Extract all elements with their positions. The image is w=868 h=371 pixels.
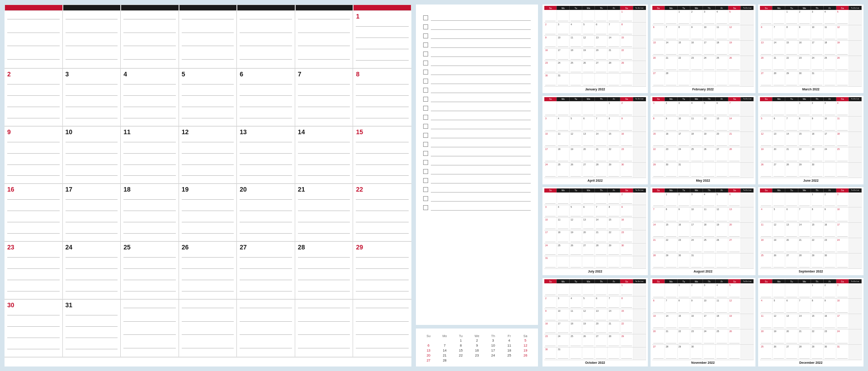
- thumb-cell-line: [545, 338, 556, 346]
- thumb-cell-line: [558, 136, 568, 146]
- mini-cal-day: 12: [517, 343, 533, 348]
- thumb-cell: 9: [665, 117, 678, 131]
- thumb-cell: 19: [570, 230, 582, 243]
- thumb-todo-cell: [741, 299, 754, 314]
- todo-checkbox[interactable]: [423, 187, 428, 192]
- thumb-cell: [665, 10, 678, 25]
- thumb-header-cell: To-Do List: [633, 188, 646, 193]
- todo-checkbox[interactable]: [423, 24, 428, 29]
- todo-checkbox[interactable]: [423, 15, 428, 20]
- thumb-cell: 5: [836, 10, 849, 25]
- cell-line: [66, 349, 118, 349]
- thumb-cell: 31: [678, 163, 690, 178]
- thumb-week: 2728293031: [760, 71, 862, 87]
- todo-checkbox[interactable]: [423, 151, 428, 156]
- todo-checkbox[interactable]: [423, 79, 428, 84]
- thumb-todo-cell: [633, 48, 646, 61]
- thumb-cell: 2: [824, 283, 836, 298]
- thumb-cell: 16: [811, 132, 824, 147]
- thumb-cell: [544, 101, 557, 116]
- thumb-todo-cell: [849, 207, 862, 222]
- thumb-cell: [773, 101, 785, 116]
- thumb-cell-line: [621, 52, 632, 60]
- thumb-cell: 1: [811, 283, 824, 298]
- cell-line: [123, 153, 176, 154]
- thumb-todo-cell: [741, 163, 754, 178]
- thumb-week: 13141516171819: [652, 314, 754, 329]
- todo-checkbox[interactable]: [423, 178, 428, 183]
- thumb-cell-line: [812, 257, 822, 268]
- day-number: 23: [7, 244, 60, 251]
- thumb-todo-cell: [633, 244, 646, 256]
- cell-line: [298, 257, 350, 258]
- day-number: 10: [66, 128, 118, 136]
- thumb-cell-line: [837, 242, 848, 252]
- thumb-week: 78910111213: [652, 207, 754, 223]
- todo-checkbox[interactable]: [423, 196, 428, 201]
- todo-checkbox[interactable]: [423, 52, 428, 56]
- todo-checkbox[interactable]: [423, 124, 428, 129]
- cell-lines: [356, 301, 409, 355]
- mini-cal-day: 25: [501, 353, 518, 358]
- todo-checkbox[interactable]: [423, 33, 428, 38]
- todo-checkbox[interactable]: [423, 88, 428, 93]
- thumb-cell-line: [825, 29, 835, 39]
- month-thumb-7: SuMoTuWeThFrSaTo-Do List1234567891011121…: [542, 187, 648, 276]
- thumb-cell-line: [558, 77, 568, 85]
- todo-checkbox[interactable]: [423, 42, 428, 47]
- todo-checkbox[interactable]: [423, 169, 428, 174]
- thumb-cell-line: [837, 333, 848, 343]
- thumb-cell-line: [679, 166, 689, 177]
- thumb-todo-cell: [633, 230, 646, 243]
- todo-checkbox[interactable]: [423, 70, 428, 75]
- thumb-header-cell: We: [582, 279, 595, 283]
- cell-line: [66, 199, 118, 200]
- thumb-cell: 23: [824, 238, 836, 253]
- thumb-cell-line: [825, 302, 835, 313]
- thumb-cell-line: [558, 234, 568, 242]
- thumb-cell: 2: [678, 193, 690, 207]
- cell-line: [240, 321, 292, 322]
- cell-lines: [182, 252, 234, 297]
- thumb-cell-line: [596, 136, 606, 146]
- thumb-cell-line: [729, 333, 740, 343]
- todo-checkbox[interactable]: [423, 106, 428, 111]
- thumb-cell: 23: [544, 334, 557, 347]
- thumb-header-cell: Su: [652, 188, 665, 193]
- thumb-cell: 17: [703, 41, 716, 56]
- calendar-cell: 12: [179, 127, 237, 184]
- thumb-cell: [582, 101, 595, 116]
- thumb-cell-line: [837, 287, 848, 297]
- mini-cal-day: [437, 338, 453, 343]
- cell-lines: [66, 13, 118, 66]
- header-sunday: [5, 5, 63, 11]
- cell-line: [298, 33, 350, 33]
- thumb-todo-cell: [849, 163, 862, 178]
- thumb-cell-line: [596, 120, 606, 131]
- thumb-cell: 20: [773, 147, 785, 162]
- thumb-cell-line: [799, 120, 810, 131]
- thumb-cell-line: [545, 26, 556, 34]
- todo-checkbox[interactable]: [423, 142, 428, 147]
- thumb-rows: 1234567891011121314151617181920212223242…: [652, 10, 754, 87]
- thumb-cell-line: [799, 284, 810, 297]
- todo-checkbox[interactable]: [423, 61, 428, 66]
- thumb-cell: 15: [608, 132, 620, 147]
- calendar-week-2: 9101112131415: [5, 127, 411, 184]
- thumb-header-cell: Th: [703, 279, 716, 283]
- thumb-cell-line: [691, 72, 702, 85]
- todo-checkbox[interactable]: [423, 115, 428, 120]
- mini-cal-day: 3: [485, 338, 501, 343]
- todo-checkbox[interactable]: [423, 97, 428, 102]
- thumb-cell: 4: [557, 117, 570, 131]
- thumb-cell-line: [825, 287, 835, 297]
- todo-checkbox[interactable]: [423, 205, 428, 210]
- thumb-cell-line: [621, 257, 632, 268]
- thumb-cell-line: [761, 211, 771, 221]
- todo-checkbox[interactable]: [423, 160, 428, 165]
- day-number: 31: [66, 301, 118, 309]
- thumb-cell: 17: [544, 230, 557, 243]
- thumb-todo-cell: [633, 348, 646, 360]
- thumb-cell-line: [761, 44, 771, 55]
- todo-checkbox[interactable]: [423, 133, 428, 138]
